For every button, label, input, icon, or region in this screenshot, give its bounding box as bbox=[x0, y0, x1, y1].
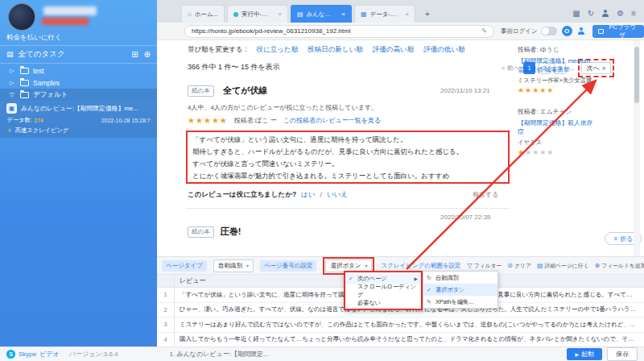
review-body-line: 期待しすぎると、ハードルが上がるものだが、見事に良い方向に裏切られたと感じる。 bbox=[192, 146, 503, 158]
review-helpful-count: 4人中、4人の方がこのレビューが役に立ったと投稿しています。 bbox=[188, 103, 378, 112]
sort-option-newest[interactable]: 投稿日の新しい順 bbox=[308, 45, 363, 55]
video-link[interactable]: ビデオ bbox=[39, 350, 60, 359]
login-user-icon[interactable] bbox=[576, 26, 587, 36]
clear-button[interactable]: ⊘ クリア bbox=[507, 262, 531, 270]
poster-reviews-link[interactable]: この投稿者のレビュー一覧を見る bbox=[283, 116, 382, 125]
pre-login-label: 事前ログイン bbox=[501, 27, 538, 35]
status-bar: S Skype ビデオ バージョン:3.6.4 1. みんなのレビュー:【期間限… bbox=[0, 346, 644, 361]
import-task-icon[interactable]: ⊞ bbox=[131, 50, 138, 59]
monitor-icon bbox=[598, 29, 605, 34]
new-tab-button[interactable]: + bbox=[421, 7, 434, 20]
feedback-yes-link[interactable]: はい bbox=[301, 190, 315, 200]
side-book-stars: ★★★★★ bbox=[518, 86, 597, 94]
review-poster: 投稿者:ぼこ ー bbox=[234, 116, 277, 125]
sort-label: 並び順を変更する : bbox=[188, 45, 247, 55]
scrollbar[interactable] bbox=[634, 40, 640, 256]
gear-icon[interactable]: ⚙ bbox=[617, 9, 624, 18]
sidebar-folder-samples[interactable]: ▷ Samples bbox=[0, 77, 157, 89]
sort-option-helpful[interactable]: 役に立った順 bbox=[257, 45, 299, 55]
pc-browser-button[interactable]: PCブラウザ bbox=[592, 25, 644, 38]
related-books-column: 投稿者: ゆうじ 【期間限定価格】medium 霊媒探偵 城塚翡翠 ミステリー作… bbox=[518, 44, 597, 156]
url-input[interactable]: https://honto.jp/ebook/pd-review_0631210… bbox=[184, 25, 494, 38]
task-icon: ▣ bbox=[6, 103, 17, 114]
data-count-value[interactable]: 274 bbox=[34, 118, 43, 123]
version-label: バージョン:3.6.4 bbox=[69, 350, 118, 359]
side-book-link[interactable]: 【期間限定価格】medium 霊媒探偵 城塚翡翠 bbox=[518, 56, 597, 74]
table-row[interactable]: 4 購入してからもう一年近く経ってたなんて…ちょっと分厚いから読み辛そうだなと思… bbox=[157, 333, 644, 348]
select-method-submenu: ↻ 自動識別 ✓ 選択ボタン ✎ XPathを編集... bbox=[423, 271, 498, 309]
side-book-link[interactable]: 【期間限定価格】殺人依存症 bbox=[518, 118, 597, 136]
clear-icon: ⊘ bbox=[507, 262, 513, 269]
page-type-dropdown[interactable]: 自動識別 ▾ bbox=[213, 259, 254, 272]
skype-link[interactable]: Skype bbox=[19, 351, 36, 358]
review-body-highlight-box: 「すべてが伏線」という謳い文句に、過度に期待を持って購読した。 期待しすぎると、… bbox=[186, 131, 510, 184]
add-task-icon[interactable]: ⊕ bbox=[144, 50, 151, 59]
collapse-arrow-icon[interactable]: ▽ bbox=[10, 92, 16, 98]
folder-label: デフォルト bbox=[33, 90, 68, 100]
expand-arrow-icon[interactable]: ▷ bbox=[10, 80, 16, 86]
tab-data[interactable]: ▦ データ-みんな... × bbox=[354, 5, 415, 23]
add-field-button[interactable]: ⊕ フィールドを追加 bbox=[595, 262, 644, 270]
report-link[interactable]: 報告する bbox=[473, 190, 498, 199]
table-cell[interactable]: 購入してからもう一年近く経ってたなんて…ちょっと分厚いから読み辛そうだなと思って… bbox=[175, 335, 644, 343]
auto-detect-icon: ↻ bbox=[427, 275, 433, 281]
paper-book-badge: 紙の本 bbox=[188, 226, 214, 238]
table-cell[interactable]: ミステリーはあまり好んで読む方ではないのですが、この作品はとても面白かったです。… bbox=[175, 321, 644, 329]
close-tab-icon[interactable]: × bbox=[278, 10, 282, 18]
funnel-icon: ▽ bbox=[468, 262, 473, 269]
submenu-arrow-icon: ▶ bbox=[414, 276, 418, 281]
review-body-line: すべてが伏線と言って間違いないミステリー。 bbox=[192, 158, 503, 170]
user-icon[interactable] bbox=[601, 10, 609, 18]
review-title[interactable]: 全てが伏線 bbox=[223, 85, 268, 97]
close-tab-icon[interactable]: × bbox=[341, 10, 345, 18]
folder-icon bbox=[20, 68, 29, 74]
app-logo-icon[interactable]: O bbox=[562, 26, 572, 36]
home-icon: ⌂ bbox=[188, 10, 192, 18]
skype-icon[interactable]: S bbox=[6, 350, 15, 359]
review-divider bbox=[186, 208, 510, 209]
sidebar-folder-test[interactable]: ▷ test bbox=[0, 64, 157, 77]
pre-login-toggle[interactable] bbox=[541, 27, 557, 35]
scrape-range-link[interactable]: スクレイピングの範囲を設定 bbox=[381, 262, 460, 270]
tasks-icon: ▤ bbox=[6, 50, 14, 58]
tab-review[interactable]: ▤ みんなのレビ... × bbox=[291, 5, 352, 23]
table-row[interactable]: 3 ミステリーはあまり好んで読む方ではないのですが、この作品はとても面白かったで… bbox=[157, 317, 644, 333]
refresh-icon[interactable]: ↻ bbox=[588, 9, 594, 18]
all-tasks-label: 全てのタスク bbox=[19, 49, 65, 60]
review-title[interactable]: 圧巻! bbox=[221, 226, 242, 238]
sidebar-divider bbox=[0, 45, 157, 46]
chevron-down-icon: ▾ bbox=[246, 263, 249, 268]
save-button[interactable]: 保存 bbox=[607, 347, 638, 361]
detail-page-icon: ▤ bbox=[537, 262, 543, 269]
sort-option-high[interactable]: 評価の高い順 bbox=[373, 45, 414, 55]
all-tasks-row[interactable]: ▤ 全てのタスク ⊞ ⊕ bbox=[0, 47, 157, 61]
close-tab-icon[interactable]: × bbox=[405, 10, 409, 18]
submenu-item-auto-detect[interactable]: ↻ 自動識別 bbox=[423, 272, 497, 284]
task-item[interactable]: ▣ みんなのレビュー:【期間限定価格】me... データ数: 274 2022-… bbox=[0, 101, 157, 138]
avatar[interactable] bbox=[8, 3, 35, 31]
apps-icon: ▦ bbox=[361, 10, 367, 18]
tab-running[interactable]: 実行中-みんな... × bbox=[227, 5, 288, 23]
apps-grid-icon[interactable]: ▦ bbox=[572, 9, 580, 18]
scrollbar-thumb[interactable] bbox=[634, 47, 639, 103]
sidebar-folder-default[interactable]: ▽ デフォルト bbox=[0, 89, 157, 101]
side-poster: 投稿者: ゆうじ bbox=[518, 45, 597, 54]
pay-link[interactable]: 料金を払いに行く bbox=[6, 33, 62, 43]
edit-url-icon[interactable]: ✎ bbox=[481, 27, 487, 35]
submenu-item-edit-xpath[interactable]: ✎ XPathを編集... bbox=[423, 296, 497, 308]
tab-home[interactable]: ⌂ ホーム... bbox=[181, 5, 225, 23]
submenu-item-select-button[interactable]: ✓ 選択ボタン bbox=[423, 284, 497, 296]
account-info-redacted bbox=[42, 18, 89, 25]
edit-icon: ✎ bbox=[427, 299, 433, 305]
sort-option-low[interactable]: 評価の低い順 bbox=[423, 45, 464, 55]
folder-label: Samples bbox=[33, 79, 60, 87]
run-button[interactable]: ▶ 起動 bbox=[567, 348, 602, 360]
current-task-label: 1. みんなのレビュー:【期間限定... bbox=[170, 350, 269, 359]
detail-page-button[interactable]: ▤ 詳細ページに行く bbox=[537, 262, 589, 270]
menu-icon[interactable]: ≡ bbox=[631, 9, 636, 18]
feedback-no-link[interactable]: いいえ bbox=[327, 190, 348, 200]
url-text: https://honto.jp/ebook/pd-review_0631210… bbox=[192, 27, 350, 35]
menu-item-scroll-loading[interactable]: スクロールローディング bbox=[345, 284, 421, 297]
filter-button[interactable]: ▽ フィルター bbox=[468, 262, 502, 270]
expand-arrow-icon[interactable]: ▷ bbox=[10, 68, 16, 74]
